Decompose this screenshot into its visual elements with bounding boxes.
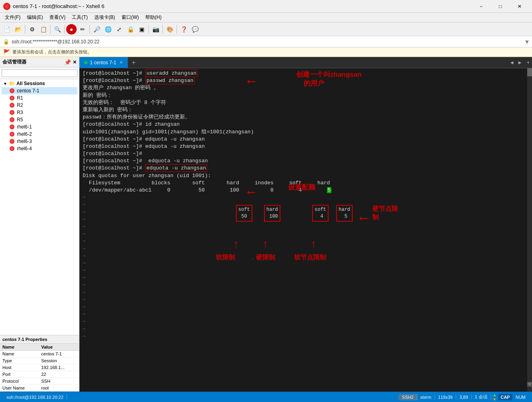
menu-tabs[interactable]: 选项卡(B) — [91, 13, 118, 22]
all-sessions-group[interactable]: ▼ 📁 All Sessions — [2, 80, 77, 87]
menu-tools[interactable]: 工具(T) — [69, 13, 91, 22]
prop-port-value: 22 — [39, 371, 79, 378]
term-line-tilde-1: ~ — [83, 194, 529, 201]
color-button[interactable]: 🎨 — [164, 24, 175, 35]
term-line-tilde-2: ~ — [83, 201, 529, 208]
term-line-tilde-11: ~ — [83, 267, 529, 274]
sidebar-item-r5[interactable]: R5 — [2, 116, 77, 123]
session-icon-rhel61 — [10, 124, 14, 129]
tab-close-icon[interactable]: ✕ — [120, 60, 123, 65]
tab-next-button[interactable]: ▶ — [516, 57, 524, 68]
chat-button[interactable]: 💬 — [190, 24, 200, 35]
sidebar-close-icon[interactable]: ✕ — [73, 59, 77, 65]
prop-header-row: Name Value — [0, 344, 79, 351]
sidebar-title: 会话管理器 — [2, 59, 64, 65]
sidebar-item-r3[interactable]: R3 — [2, 109, 77, 116]
menu-window[interactable]: 窗口(W) — [118, 13, 142, 22]
properties-title: centos 7-1 Properties — [0, 335, 79, 344]
term-line-13: [root@localhost ~]# edquota -u zhangsan — [83, 157, 529, 165]
term-line-11: [root@localhost ~]# edquota -u zhangsan — [83, 143, 529, 150]
prop-row-port: Port 22 — [0, 371, 79, 378]
tab-centos71[interactable]: 1 centos 7-1 ✕ — [79, 57, 128, 68]
properties-panel: centos 7-1 Properties Name Value Name ce… — [0, 335, 79, 392]
session-icon-rhel62 — [10, 132, 14, 137]
term-line-6: 重新输入新的 密码： — [83, 106, 529, 114]
prop-row-username: User Name root — [0, 385, 79, 392]
title-bar: centos 7-1 - root@localhost:~ - Xshell 6… — [0, 0, 532, 13]
connect-button[interactable]: ● — [66, 24, 77, 35]
term-line-1: [root@localhost ~]# useradd zhangsan — [83, 70, 529, 77]
globe-button[interactable]: 🌐 — [103, 24, 113, 35]
tab-menu-button[interactable]: ▾ — [524, 57, 532, 68]
status-num: NUM — [512, 395, 529, 400]
settings-button[interactable]: ⚙ — [27, 24, 37, 35]
sidebar-pin-icon[interactable]: 📌 — [64, 59, 71, 65]
term-line-3: 更改用户 zhangsan 的密码 。 — [83, 84, 529, 92]
close-button[interactable]: ✕ — [510, 1, 529, 12]
menu-edit[interactable]: 编辑(E) — [24, 13, 46, 22]
status-bar: ssh://root@192.168.10.20:22 SSH2 xterm 1… — [0, 392, 532, 402]
sidebar-item-centos71[interactable]: centos 7-1 — [2, 87, 77, 94]
open-button[interactable]: 📂 — [13, 24, 23, 35]
term-line-2: [root@localhost ~]# passwd zhangsan — [83, 77, 529, 84]
tab-label: 1 centos 7-1 — [90, 60, 116, 65]
status-protocol: SSH2 — [399, 394, 417, 400]
term-line-16: Filesystem blocks soft hard inodes soft … — [83, 180, 529, 187]
copy-button[interactable]: 📋 — [38, 24, 49, 35]
compose-button[interactable]: ✏ — [77, 24, 88, 35]
terminal-content[interactable]: [root@localhost ~]# useradd zhangsan [ro… — [79, 68, 532, 392]
cmd-passwd: passwd zhangsan — [145, 77, 195, 84]
toolbar-separator-6 — [162, 25, 163, 34]
prop-row-name: Name centos 7-1 — [0, 351, 79, 357]
term-line-12: [root@localhost ~]# — [83, 150, 529, 157]
address-bar: 🔒 ssh://root:*************@192.168.10.20… — [0, 36, 532, 47]
sidebar-item-r2[interactable]: R2 — [2, 102, 77, 109]
help-button[interactable]: ❓ — [179, 24, 189, 35]
flag-icon: 🚩 — [3, 49, 10, 55]
sidebar-search-input[interactable] — [2, 69, 77, 77]
address-dropdown[interactable]: ▾ — [525, 37, 529, 46]
info-text: 要添加当前会话，点击左侧的箭头按钮。 — [12, 49, 92, 55]
toolbar-separator-3 — [64, 25, 65, 34]
terminal-button[interactable]: ▣ — [136, 24, 147, 35]
sidebar-item-rhel63[interactable]: rhel6-3 — [2, 138, 77, 145]
zoom-button[interactable]: 🔎 — [91, 24, 102, 35]
tab-prev-button[interactable]: ◀ — [508, 57, 516, 68]
term-line-tilde-12: ~ — [83, 274, 529, 282]
menu-view[interactable]: 查看(V) — [46, 13, 69, 22]
sidebar-item-rhel64[interactable]: rhel6-4 — [2, 145, 77, 152]
lock-button[interactable]: 🔒 — [125, 24, 136, 35]
term-line-7: passwd：所有的身份验证令牌已经成功更新。 — [83, 114, 529, 121]
session-icon-centos71 — [10, 88, 14, 93]
terminal-scroll-down[interactable]: ▼ — [527, 382, 532, 387]
group-label: All Sessions — [16, 81, 45, 86]
session-tree: ▼ 📁 All Sessions centos 7-1 R1 R2 — [0, 79, 79, 335]
menu-help[interactable]: 帮助(H) — [142, 13, 165, 22]
prop-row-host: Host 192.168.1... — [0, 364, 79, 371]
sidebar-item-rhel62[interactable]: rhel6-2 — [2, 131, 77, 138]
expand-button[interactable]: ⤢ — [114, 24, 124, 35]
term-line-tilde-3: ~ — [83, 209, 529, 216]
session-label-r1: R1 — [17, 95, 23, 101]
session-label-centos71: centos 7-1 — [17, 88, 39, 94]
sidebar-item-r1[interactable]: R1 — [2, 94, 77, 102]
sidebar-item-rhel61[interactable]: rhel6-1 — [2, 123, 77, 131]
term-line-tilde-10: ~ — [83, 260, 529, 267]
main-area: 会话管理器 📌 ✕ ▼ 📁 All Sessions centos 7-1 — [0, 57, 532, 392]
new-session-button[interactable]: 📄 — [2, 24, 12, 35]
terminal-scrollbar-track: ▼ — [527, 68, 532, 392]
camera-button[interactable]: 📷 — [150, 24, 161, 35]
maximize-button[interactable]: □ — [491, 1, 510, 12]
minimize-button[interactable]: − — [472, 1, 490, 12]
menu-file[interactable]: 文件(F) — [2, 13, 24, 22]
tab-add-button[interactable]: + — [128, 57, 139, 68]
terminal-scrollbar-thumb[interactable] — [527, 68, 532, 76]
status-cap-badge: CAP — [498, 394, 512, 400]
search-button[interactable]: 🔍 — [52, 24, 63, 35]
info-bar: 🚩 要添加当前会话，点击左侧的箭头按钮。 — [0, 47, 532, 57]
prop-host-value: 192.168.1... — [39, 364, 79, 371]
prop-name-label: Name — [0, 351, 39, 357]
term-line-tilde-17: ~ — [83, 311, 529, 318]
term-line-tilde-15: ~ — [83, 296, 529, 304]
tab-nav: ◀ ▶ ▾ — [508, 57, 532, 68]
